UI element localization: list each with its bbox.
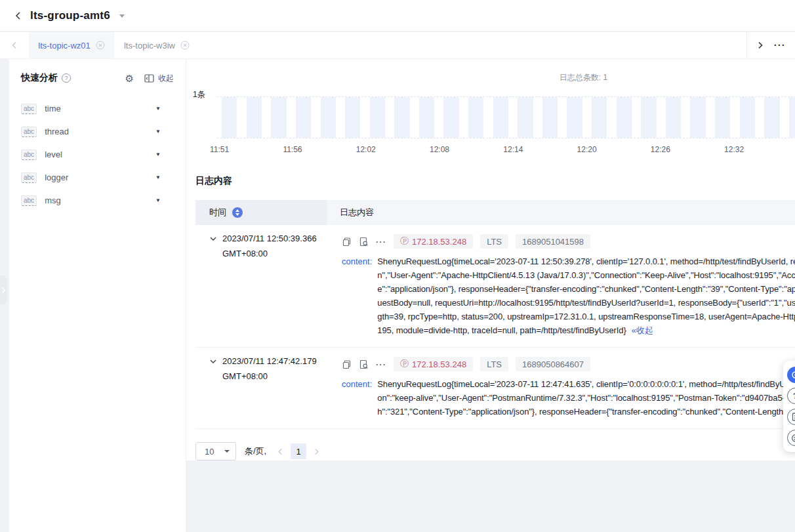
bar-slot[interactable] xyxy=(513,97,538,138)
tab-label: lts-topic-wz01 xyxy=(38,41,90,51)
field-type-badge: abc xyxy=(21,104,37,114)
feedback-smiley-icon[interactable] xyxy=(787,430,795,446)
page-size-select[interactable]: 10 xyxy=(195,442,236,460)
bar-slot[interactable] xyxy=(439,97,464,138)
field-label: time xyxy=(45,104,61,113)
bar-empty xyxy=(764,97,779,138)
circled-p-icon: Ⓟ xyxy=(400,235,409,247)
bar-empty xyxy=(345,97,360,138)
prev-page-button[interactable] xyxy=(277,448,284,455)
bar-slot[interactable] xyxy=(390,97,415,138)
page-number-1[interactable]: 1 xyxy=(291,443,306,459)
copy-icon[interactable] xyxy=(342,359,352,369)
chevron-left-icon xyxy=(14,11,23,20)
view-context-icon[interactable] xyxy=(359,359,369,369)
bar-slot[interactable] xyxy=(760,97,785,138)
tabs-scroll-left-button[interactable] xyxy=(0,32,29,58)
bar-slot[interactable] xyxy=(316,97,340,138)
bar-slot[interactable] xyxy=(636,97,661,138)
bar-empty xyxy=(641,97,656,138)
log-timestamp: 2023/07/11 12:47:42.179 xyxy=(222,356,317,366)
bar-empty xyxy=(394,97,409,138)
log-content-header: 日志内容 ⚙ xyxy=(195,170,795,192)
bar-slot[interactable] xyxy=(266,97,291,138)
tabs-more-button[interactable]: ··· xyxy=(774,42,786,49)
chevron-down-icon[interactable]: ▼ xyxy=(155,197,161,203)
x-tick-label: 12:32 xyxy=(724,145,744,154)
next-page-button[interactable] xyxy=(313,448,320,455)
quick-analysis-field[interactable]: abc level ▼ xyxy=(21,143,174,166)
toggle-expand-link[interactable]: «收起 xyxy=(632,325,653,335)
quick-analysis-field[interactable]: abc time ▼ xyxy=(21,97,174,120)
collapse-label[interactable]: 收起 xyxy=(158,73,174,84)
chevron-down-icon xyxy=(224,450,230,453)
copy-icon[interactable] xyxy=(342,237,352,247)
quick-analysis-title: 快速分析 xyxy=(21,72,58,84)
bar-slot[interactable] xyxy=(735,97,760,138)
source-tag[interactable]: LTS xyxy=(480,357,508,371)
content-column-label: 日志内容 xyxy=(340,207,374,218)
line-id-tag[interactable]: 1689051041598 xyxy=(516,234,590,249)
host-ip-tag[interactable]: Ⓟ 172.18.53.248 xyxy=(394,234,473,249)
quick-analysis-field[interactable]: abc logger ▼ xyxy=(21,166,174,189)
bar-slot[interactable] xyxy=(340,97,365,138)
collapse-panel-icon[interactable] xyxy=(144,74,154,83)
title-dropdown-caret-icon[interactable] xyxy=(119,14,125,18)
tab-lts-topic-wz01[interactable]: lts-topic-wz01 xyxy=(29,32,114,58)
close-icon[interactable] xyxy=(96,41,105,50)
bar-slot[interactable] xyxy=(562,97,587,138)
tabbar-right-controls: ··· xyxy=(746,32,795,58)
bar-slot[interactable] xyxy=(661,97,686,138)
bar-slot[interactable] xyxy=(415,97,439,138)
bar-slot[interactable] xyxy=(291,97,316,138)
row-more-button[interactable]: ··· xyxy=(376,359,386,369)
quick-analysis-field[interactable]: abc thread ▼ xyxy=(21,120,174,143)
bar-slot[interactable] xyxy=(538,97,563,138)
view-context-icon[interactable] xyxy=(359,237,369,247)
help-icon[interactable]: ? xyxy=(787,388,795,404)
chevron-down-icon[interactable]: ▼ xyxy=(155,152,161,157)
log-row: 2023/07/11 12:47:42.179 GMT+08:00 ··· Ⓟ … xyxy=(195,348,795,429)
bar-slot[interactable] xyxy=(785,97,795,138)
line-id-tag[interactable]: 1689050864607 xyxy=(516,357,590,371)
expand-nav-handle[interactable] xyxy=(0,276,7,304)
bar-slot[interactable] xyxy=(242,97,267,138)
row-more-button[interactable]: ··· xyxy=(376,237,386,247)
back-button[interactable] xyxy=(12,9,25,22)
time-column-label: 时间 xyxy=(209,207,226,218)
field-label: logger xyxy=(45,173,68,182)
chevron-down-icon[interactable]: ▼ xyxy=(155,106,161,112)
row-expand-chevron-icon[interactable] xyxy=(209,235,217,243)
bar-slot[interactable] xyxy=(685,97,710,138)
quick-analysis-field[interactable]: abc msg ▼ xyxy=(21,189,174,212)
log-total-count: 日志总条数: 1 xyxy=(186,59,795,83)
bar-slot[interactable] xyxy=(217,97,242,138)
source-tag[interactable]: LTS xyxy=(480,234,508,249)
bar-slot[interactable] xyxy=(710,97,735,138)
circled-p-icon: Ⓟ xyxy=(400,358,409,370)
bar-slot[interactable] xyxy=(587,97,612,138)
chevron-down-icon[interactable]: ▼ xyxy=(155,129,161,134)
row-expand-chevron-icon[interactable] xyxy=(209,358,217,365)
bar-empty xyxy=(321,97,336,138)
field-label: level xyxy=(45,150,62,159)
close-icon[interactable] xyxy=(180,41,190,50)
time-sort-button[interactable] xyxy=(232,207,243,218)
quick-analysis-settings-icon[interactable]: ⚙ xyxy=(125,73,134,83)
x-tick-label: 12:08 xyxy=(430,145,449,154)
bar-slot[interactable] xyxy=(489,97,514,138)
bar-slot[interactable] xyxy=(365,97,390,138)
app-header: lts-group-amt6 xyxy=(0,0,795,31)
help-icon[interactable]: ? xyxy=(62,73,71,83)
tab-lts-topic-w3iw[interactable]: lts-topic-w3iw xyxy=(114,32,199,58)
document-icon[interactable] xyxy=(787,409,795,425)
bar-slot[interactable] xyxy=(464,97,489,138)
assistant-icon[interactable] xyxy=(787,367,795,383)
chevron-down-icon[interactable]: ▼ xyxy=(155,174,161,180)
bar-empty xyxy=(567,97,582,138)
tabs-scroll-right-button[interactable] xyxy=(756,41,764,49)
host-ip-tag[interactable]: Ⓟ 172.18.53.248 xyxy=(394,357,473,371)
bar-slot[interactable] xyxy=(612,97,637,138)
tab-label: lts-topic-w3iw xyxy=(124,41,175,51)
floating-help-widget: ? xyxy=(783,361,795,452)
